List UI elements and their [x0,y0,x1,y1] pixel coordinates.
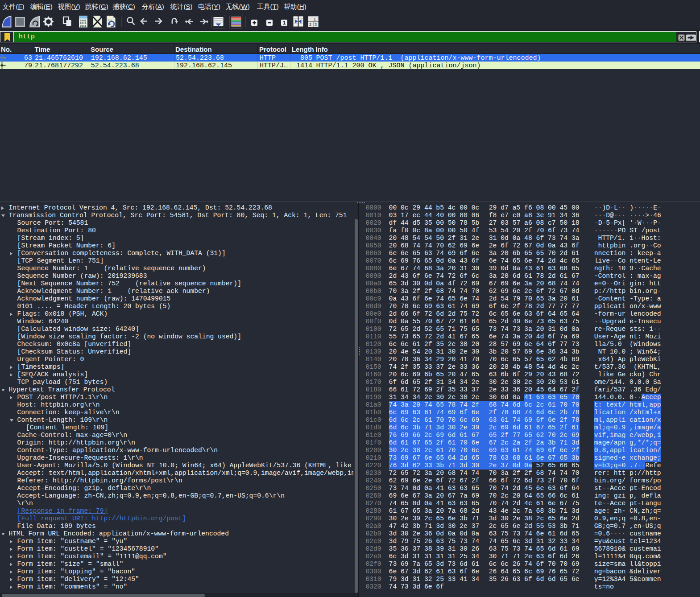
svg-text:1: 1 [283,20,286,25]
svg-text:3: 3 [315,22,317,27]
svg-text:2: 2 [309,22,311,27]
svg-text:0011: 0011 [80,25,87,28]
svg-text:1: 1 [314,17,316,21]
